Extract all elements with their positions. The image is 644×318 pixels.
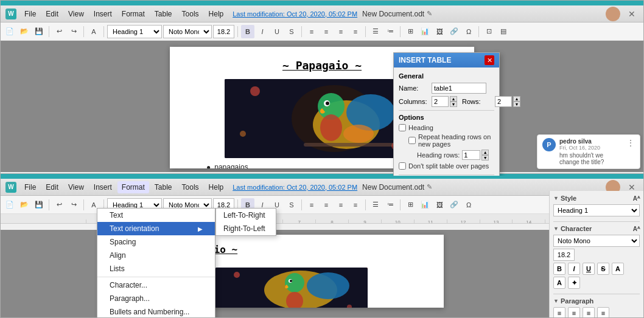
highlight-btn[interactable]: ✦: [568, 277, 580, 289]
numlist-btn-b[interactable]: ≔: [383, 198, 397, 212]
new-btn-b[interactable]: 📄: [3, 198, 16, 212]
menu-view-top[interactable]: View: [64, 8, 88, 20]
strike-btn-top[interactable]: S: [285, 25, 298, 38]
align-left-btn-b[interactable]: ≡: [305, 198, 318, 212]
list-btn-b[interactable]: ☰: [369, 198, 382, 212]
link-btn-b[interactable]: 🔗: [447, 198, 461, 212]
redo-btn[interactable]: ↪: [67, 25, 80, 38]
style-dropdown[interactable]: Heading 1: [553, 204, 640, 216]
sidebar-btn[interactable]: ▤: [497, 25, 510, 38]
repeat-heading-checkbox[interactable]: [408, 137, 416, 144]
underline-btn-panel[interactable]: U: [583, 263, 595, 275]
format-spacing-item[interactable]: Spacing: [97, 235, 215, 249]
align-left-btn[interactable]: ≡: [305, 25, 318, 38]
align-justify-btn[interactable]: ≡: [349, 25, 362, 38]
user-avatar-top[interactable]: [606, 7, 620, 21]
rows-up-btn[interactable]: ▲: [513, 96, 520, 102]
rows-down-btn[interactable]: ▼: [513, 102, 520, 107]
menu-edit-bottom[interactable]: Edit: [41, 181, 63, 193]
comment-menu-btn[interactable]: ⋮: [626, 138, 635, 148]
format-paragraph-item[interactable]: Paragraph...: [97, 292, 215, 305]
menu-view-bottom[interactable]: View: [64, 181, 88, 193]
columns-up-btn[interactable]: ▲: [450, 96, 457, 102]
special-char-btn[interactable]: Ω: [462, 25, 475, 38]
chart-btn-b[interactable]: 📊: [418, 198, 432, 212]
columns-input[interactable]: [432, 96, 449, 107]
bold-btn-top[interactable]: B: [241, 25, 254, 38]
name-input[interactable]: [432, 83, 486, 94]
numlist-btn[interactable]: ≔: [383, 25, 397, 38]
image-btn-b[interactable]: 🖼: [433, 198, 446, 212]
image-btn[interactable]: 🖼: [433, 25, 446, 38]
save-btn[interactable]: 💾: [32, 25, 46, 38]
save-btn-b[interactable]: 💾: [32, 198, 46, 212]
format-text-item[interactable]: Text: [97, 209, 215, 222]
menu-file-bottom[interactable]: File: [20, 181, 40, 193]
list-btn[interactable]: ☰: [369, 25, 382, 38]
align-right-btn-b[interactable]: ≡: [334, 198, 348, 212]
italic-btn-panel[interactable]: I: [568, 263, 580, 275]
align-center-btn[interactable]: ≡: [320, 25, 333, 38]
open-btn[interactable]: 📂: [18, 25, 31, 38]
para-section-header[interactable]: ▼ Paragraph: [553, 297, 640, 305]
char-section-header[interactable]: ▼ Character Aᴬ: [553, 225, 640, 232]
font-size-panel[interactable]: [553, 249, 575, 261]
menu-tools-top[interactable]: Tools: [178, 8, 203, 20]
format-align-item[interactable]: Align: [97, 249, 215, 262]
last-modification-bottom[interactable]: Last modification: Oct 20, 2020, 05:02 P…: [233, 184, 357, 191]
strike-btn-bottom[interactable]: S: [285, 198, 298, 212]
strike-btn-panel[interactable]: S: [597, 263, 609, 275]
heading-checkbox[interactable]: [399, 124, 406, 131]
font-color-btn[interactable]: A: [553, 277, 565, 289]
chart-btn[interactable]: 📊: [418, 25, 432, 38]
last-modification-top[interactable]: Last modification: Oct 20, 2020, 05:02 P…: [233, 10, 357, 18]
align-justify-btn-b[interactable]: ≡: [349, 198, 362, 212]
heading-rows-down-btn[interactable]: ▼: [481, 155, 489, 161]
menu-insert-top[interactable]: Insert: [89, 8, 116, 20]
menu-help-bottom[interactable]: Help: [205, 181, 228, 193]
menu-insert-bottom[interactable]: Insert: [89, 181, 116, 193]
para-align-center[interactable]: ≡: [568, 307, 580, 318]
submenu-ltr[interactable]: Left-To-Right: [216, 209, 276, 222]
shadow-btn-panel[interactable]: A: [612, 263, 624, 275]
font-size-top[interactable]: [213, 25, 234, 38]
dont-split-checkbox[interactable]: [399, 162, 406, 170]
redo-btn-b[interactable]: ↪: [67, 198, 80, 212]
view-mode-btn[interactable]: ⊡: [482, 25, 495, 38]
undo-btn-b[interactable]: ↩: [52, 198, 66, 212]
edit-filename-icon-top[interactable]: ✎: [427, 10, 432, 18]
link-btn[interactable]: 🔗: [447, 25, 461, 38]
undo-btn[interactable]: ↩: [52, 25, 66, 38]
menu-table-top[interactable]: Table: [150, 8, 177, 20]
heading-rows-up-btn[interactable]: ▲: [481, 150, 489, 155]
format-lists-item[interactable]: Lists: [97, 262, 215, 275]
underline-btn-top[interactable]: U: [270, 25, 284, 38]
table-btn-b[interactable]: ⊞: [404, 198, 417, 212]
format-text-orientation-item[interactable]: Text orientation ▶: [97, 222, 215, 235]
menu-format-bottom[interactable]: Format: [117, 181, 149, 193]
italic-btn-top[interactable]: I: [256, 25, 269, 38]
bold-btn-panel[interactable]: B: [553, 263, 565, 275]
submenu-rtl[interactable]: Right-To-Left: [216, 222, 276, 235]
edit-filename-icon-bottom[interactable]: ✎: [427, 183, 432, 191]
style-select-top[interactable]: Heading 1: [107, 25, 162, 38]
para-align-justify[interactable]: ≡: [597, 307, 609, 318]
heading-rows-input[interactable]: [462, 150, 480, 160]
table-btn[interactable]: ⊞: [404, 25, 417, 38]
align-right-btn[interactable]: ≡: [334, 25, 348, 38]
style-section-header[interactable]: ▼ Style Aᴬ: [553, 195, 640, 202]
font-dropdown[interactable]: Noto Mono: [553, 235, 640, 247]
para-align-left[interactable]: ≡: [553, 307, 565, 318]
menu-help-top[interactable]: Help: [205, 8, 228, 20]
font-select-top[interactable]: Noto Mono: [163, 25, 212, 38]
menu-tools-bottom[interactable]: Tools: [178, 181, 203, 193]
menu-format-top[interactable]: Format: [117, 8, 149, 20]
dialog-close-btn[interactable]: ✕: [485, 55, 494, 65]
para-align-right[interactable]: ≡: [583, 307, 595, 318]
align-center-btn-b[interactable]: ≡: [320, 198, 333, 212]
open-btn-b[interactable]: 📂: [18, 198, 31, 212]
rows-input[interactable]: [495, 96, 512, 107]
menu-edit-top[interactable]: Edit: [41, 8, 63, 20]
new-btn[interactable]: 📄: [3, 25, 16, 38]
format-character-item[interactable]: Character...: [97, 278, 215, 292]
